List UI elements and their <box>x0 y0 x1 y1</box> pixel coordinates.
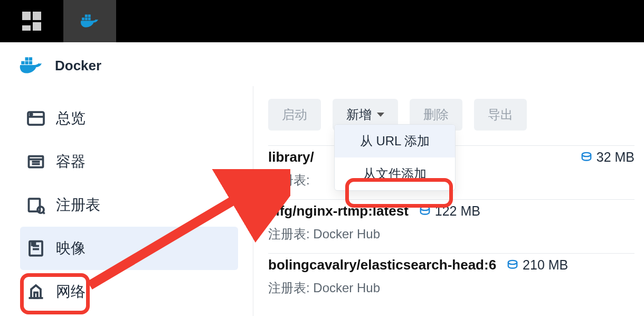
dropdown-item-label: 从 URL 添加 <box>360 133 430 150</box>
docker-window: Docker 总览 容器 <box>5 45 644 316</box>
image-registry: 注册表: Docker Hub <box>268 226 634 243</box>
app-title: Docker <box>55 58 101 74</box>
chevron-down-icon <box>377 113 384 117</box>
dropdown-item-label: 从文件添加 <box>363 165 427 182</box>
docker-icon <box>18 55 44 76</box>
svg-rect-24 <box>34 293 37 299</box>
network-icon <box>26 282 45 301</box>
apps-grid-icon <box>22 12 41 31</box>
svg-rect-4 <box>88 15 91 17</box>
sidebar-item-label: 总览 <box>56 108 86 128</box>
svg-rect-23 <box>32 243 35 246</box>
sidebar-item-network[interactable]: 网络 <box>20 270 238 313</box>
dropdown-item-add-from-file[interactable]: 从文件添加 <box>335 157 455 190</box>
disk-icon <box>507 259 518 271</box>
sidebar-item-label: 容器 <box>56 152 86 172</box>
dropdown-item-add-from-url[interactable]: 从 URL 添加 <box>335 125 455 157</box>
sidebar-item-container[interactable]: 容器 <box>20 140 238 183</box>
sidebar-item-image[interactable]: 映像 <box>20 227 238 270</box>
svg-rect-3 <box>85 15 88 17</box>
app-body: 总览 容器 注册表 <box>5 86 644 316</box>
disk-icon <box>581 152 592 163</box>
svg-point-12 <box>30 114 32 116</box>
sidebar-item-label: 注册表 <box>56 195 100 215</box>
start-button[interactable]: 启动 <box>268 99 321 131</box>
svg-rect-9 <box>29 57 32 60</box>
add-dropdown: 从 URL 添加 从文件添加 <box>334 124 456 191</box>
overview-icon <box>26 109 45 128</box>
image-size: 122 MB <box>419 203 480 219</box>
svg-rect-7 <box>29 61 32 64</box>
svg-rect-0 <box>82 17 84 20</box>
app-header: Docker <box>5 45 644 86</box>
image-size: 210 MB <box>507 257 568 273</box>
svg-point-27 <box>508 260 517 264</box>
svg-rect-6 <box>25 61 29 64</box>
export-button-label: 导出 <box>488 106 513 123</box>
delete-button-label: 删除 <box>423 106 449 123</box>
add-button-label: 新增 <box>346 106 372 123</box>
sidebar-item-registry[interactable]: 注册表 <box>20 183 238 227</box>
registry-icon <box>26 196 45 215</box>
image-name: alfg/nginx-rtmp:latest <box>268 203 409 219</box>
svg-rect-8 <box>25 57 29 60</box>
svg-point-26 <box>421 206 430 210</box>
image-name: library/ <box>268 149 314 165</box>
taskbar-docker-button[interactable] <box>63 0 116 42</box>
sidebar-item-label: 网络 <box>56 282 86 302</box>
image-size: 32 MB <box>581 150 634 165</box>
svg-rect-5 <box>21 61 24 64</box>
docker-icon <box>79 13 100 29</box>
disk-icon <box>419 206 431 217</box>
start-button-label: 启动 <box>282 106 307 123</box>
image-name: bolingcavalry/elasticsearch-head:6 <box>268 257 496 273</box>
sidebar-item-overview[interactable]: 总览 <box>20 97 238 140</box>
image-row[interactable]: alfg/nginx-rtmp:latest 122 MB 注册表: Docke… <box>268 199 634 253</box>
image-icon <box>26 239 45 258</box>
sidebar: 总览 容器 注册表 <box>5 86 253 316</box>
svg-rect-1 <box>85 17 88 20</box>
image-registry: 注册表: Docker Hub <box>268 280 634 296</box>
image-row[interactable]: bolingcavalry/elasticsearch-head:6 210 M… <box>268 253 634 307</box>
os-taskbar <box>0 0 644 42</box>
sidebar-item-label: 映像 <box>56 238 86 258</box>
export-button[interactable]: 导出 <box>474 99 527 131</box>
main-panel: 启动 新增 删除 导出 从 URL 添加 从文件添加 <box>253 86 644 316</box>
svg-rect-2 <box>88 17 91 20</box>
svg-point-25 <box>582 152 591 156</box>
taskbar-apps-button[interactable] <box>0 0 63 42</box>
container-icon <box>26 152 45 171</box>
svg-line-19 <box>43 212 45 214</box>
